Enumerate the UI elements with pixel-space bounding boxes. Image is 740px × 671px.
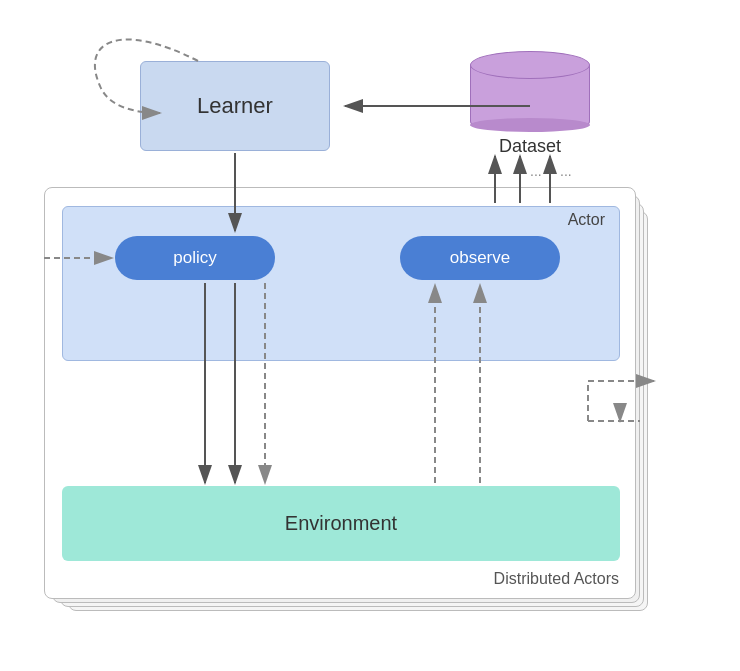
policy-label: policy — [173, 248, 216, 268]
cylinder-bottom-ellipse — [470, 118, 590, 132]
actor-label: Actor — [568, 211, 605, 229]
actor-box: Actor — [62, 206, 620, 361]
observe-pill: observe — [400, 236, 560, 280]
distributed-label: Distributed Actors — [494, 570, 619, 588]
environment-label: Environment — [285, 512, 397, 535]
svg-text:...: ... — [530, 163, 542, 179]
dataset-container: Dataset — [460, 51, 600, 157]
environment-box: Environment — [62, 486, 620, 561]
observe-label: observe — [450, 248, 510, 268]
learner-box: Learner — [140, 61, 330, 151]
dataset-label: Dataset — [499, 136, 561, 157]
diagram-container: Distributed Actors Actor Learner Dataset… — [40, 31, 700, 641]
cylinder-top — [470, 51, 590, 79]
svg-text:...: ... — [560, 163, 572, 179]
policy-pill: policy — [115, 236, 275, 280]
learner-label: Learner — [197, 93, 273, 119]
